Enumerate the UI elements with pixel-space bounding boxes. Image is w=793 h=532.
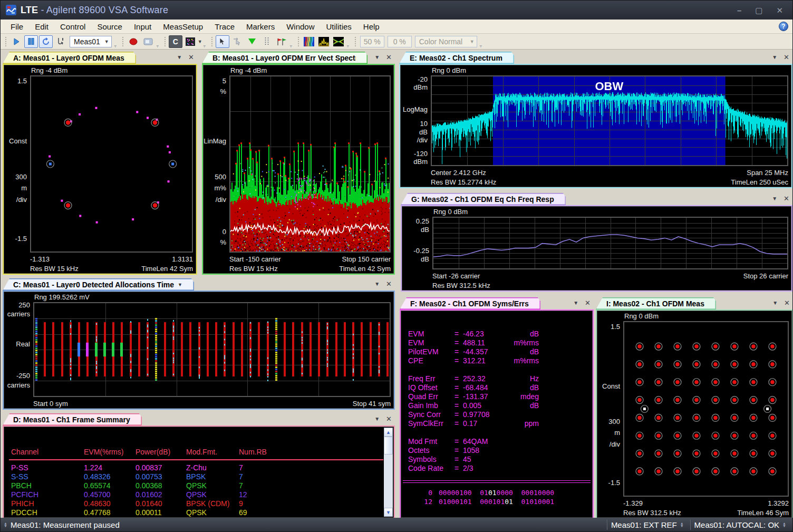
plot-canvas-a[interactable]	[31, 76, 192, 252]
tab-panel-e[interactable]: E: Meas02 - Ch1 Spectrum	[399, 52, 514, 64]
marker-to-peak-button[interactable]	[245, 35, 259, 48]
status-spinner[interactable]: ▲▼	[677, 522, 687, 527]
panel-header: F: Meas02 - Ch1 OFDM Syms/Errs ▼✕	[400, 297, 594, 309]
color-mode-select[interactable]: Color Normal ▼	[415, 36, 477, 47]
scroll-up-button[interactable]: ▲	[384, 428, 393, 437]
group-grip[interactable]	[211, 36, 214, 47]
panel-menu-icon[interactable]: ▼	[772, 196, 777, 201]
menu-item-trace[interactable]: Trace	[209, 21, 240, 33]
tab-panel-a[interactable]: A: Meas01 - Layer0 OFDM Meas	[3, 52, 136, 64]
plot-canvas-c[interactable]	[34, 303, 390, 396]
menu-item-help[interactable]: Help	[357, 21, 385, 33]
table-cell: 12	[239, 490, 270, 499]
menu-item-source[interactable]: Source	[91, 21, 128, 33]
status-spinner[interactable]: ▲▼	[779, 522, 789, 527]
help-icon[interactable]: ?	[779, 22, 788, 31]
binary-bits: 00000100 01	[439, 489, 488, 497]
panel-menu-icon[interactable]: ▼	[772, 300, 778, 306]
menu-item-meassetup[interactable]: MeasSetup	[157, 21, 209, 33]
group-grip[interactable]	[164, 36, 167, 47]
panel-frame-summary-d: D: Meas01 - Ch1 Frame Summary ▼✕ Channel…	[3, 413, 395, 519]
tab-panel-d[interactable]: D: Meas01 - Ch1 Frame Summary	[3, 413, 142, 425]
x-axis-label-left: Center 2.412 GHz	[431, 169, 486, 177]
tab-panel-b[interactable]: B: Meas01 - Layer0 OFDM Err Vect Spectru…	[202, 52, 368, 64]
menu-item-input[interactable]: Input	[128, 21, 157, 33]
measurement-select[interactable]: Meas01 ▼	[70, 36, 112, 47]
play-button[interactable]	[9, 35, 23, 48]
tab-panel-c[interactable]: C: Meas01 - Layer0 Detected Allocations …	[3, 278, 194, 291]
panel-close-icon[interactable]: ✕	[188, 54, 194, 61]
panel-menu-icon[interactable]: ▼	[374, 281, 380, 287]
secondary-percent-field[interactable]: 0 %	[388, 36, 412, 47]
marker-flags-button[interactable]	[275, 35, 288, 48]
plot-canvas-b[interactable]	[230, 76, 390, 252]
close-button[interactable]: ✕	[776, 6, 783, 14]
status-spinner[interactable]: ▲▼	[1, 522, 11, 527]
readout-unit: mdeg	[508, 392, 539, 401]
spectrogram-view-button[interactable]	[302, 35, 316, 48]
panel-menu-icon[interactable]: ▼	[573, 300, 578, 306]
menu-item-window[interactable]: Window	[281, 21, 320, 33]
syms-errs-readout: EVM=-46.23dBEVM=488.11m%rmsPilotEVM=-44.…	[408, 330, 587, 473]
eye-diagram-button[interactable]	[332, 35, 345, 48]
scroll-thumb[interactable]	[384, 437, 393, 454]
constellation-layout-button[interactable]	[183, 35, 197, 48]
panel-close-icon[interactable]: ✕	[386, 415, 392, 422]
group-overflow-icon[interactable]: ▿	[480, 44, 482, 49]
tab-panel-g[interactable]: G: Meas02 - Ch1 OFDM Eq Ch Freq Resp	[401, 193, 566, 205]
binary-data-row: 0 00000100 01010000 00010000	[401, 489, 593, 497]
group-grip[interactable]	[5, 36, 7, 47]
panel-close-icon[interactable]: ✕	[585, 299, 591, 306]
playback-button[interactable]	[141, 35, 155, 48]
group-overflow-icon[interactable]: ▿	[157, 44, 159, 49]
group-overflow-icon[interactable]: ▿	[290, 44, 292, 49]
restart-button[interactable]	[39, 35, 53, 48]
plot-canvas-e[interactable]	[432, 76, 787, 165]
x-axis-label-left: Start -150 carrier	[229, 255, 281, 263]
menu-item-file[interactable]: File	[5, 21, 29, 33]
menu-item-utilities[interactable]: Utilities	[321, 21, 357, 33]
panel-menu-icon[interactable]: ▼	[772, 54, 777, 60]
tab-panel-i[interactable]: I: Meas02 - Ch1 OFDM Meas	[596, 297, 716, 309]
record-button[interactable]	[127, 35, 140, 48]
select-cursor-button[interactable]	[216, 35, 229, 48]
group-overflow-icon[interactable]: ▿	[114, 44, 117, 49]
tab-panel-f[interactable]: F: Meas02 - Ch1 OFDM Syms/Errs	[400, 297, 540, 309]
scroll-track[interactable]	[384, 437, 393, 508]
panel-close-icon[interactable]: ✕	[784, 54, 789, 61]
group-overflow-icon[interactable]: ▿	[204, 44, 206, 49]
panel-menu-icon[interactable]: ▼	[374, 416, 380, 422]
scroll-down-button[interactable]: ▼	[384, 508, 393, 517]
panel-close-icon[interactable]: ✕	[386, 54, 392, 61]
panel-close-icon[interactable]: ✕	[784, 195, 789, 202]
tab-dropdown-icon[interactable]: ▼	[178, 282, 182, 287]
panel-menu-icon[interactable]: ▼	[177, 54, 182, 60]
plot-canvas-i[interactable]	[624, 322, 788, 496]
drag-cursor-button[interactable]	[230, 35, 244, 48]
group-grip[interactable]	[297, 36, 300, 47]
vertical-scrollbar[interactable]: ▲▼	[384, 428, 393, 517]
y-axis-label: m	[4, 184, 27, 192]
menu-item-edit[interactable]: Edit	[29, 21, 54, 33]
plot-canvas-g[interactable]	[433, 218, 787, 268]
chevron-down-icon[interactable]: ▼	[198, 39, 202, 44]
color-mode-value: Color Normal	[419, 37, 462, 46]
band-markers-button[interactable]	[260, 35, 274, 48]
maximize-button[interactable]: ▢	[755, 6, 762, 14]
menu-item-markers[interactable]: Markers	[240, 21, 281, 33]
group-grip[interactable]	[354, 36, 357, 47]
group-overflow-icon[interactable]: ▿	[347, 44, 349, 49]
panel-close-icon[interactable]: ✕	[784, 299, 790, 306]
correction-button[interactable]: C	[169, 35, 182, 48]
panel-syms-errs-f: F: Meas02 - Ch1 OFDM Syms/Errs ▼✕ EVM=-4…	[400, 297, 594, 519]
panel-menu-icon[interactable]: ▼	[374, 54, 380, 60]
measurement-select-value: Meas01	[74, 37, 100, 46]
panel-close-icon[interactable]: ✕	[386, 280, 392, 287]
single-sweep-button[interactable]	[54, 35, 67, 48]
pause-button[interactable]	[24, 35, 38, 48]
minimize-button[interactable]: –	[737, 6, 741, 14]
overlap-percent-field[interactable]: 50 %	[360, 36, 384, 47]
group-grip[interactable]	[122, 36, 124, 47]
menu-item-control[interactable]: Control	[54, 21, 91, 33]
spectrum-view-button[interactable]	[317, 35, 331, 48]
